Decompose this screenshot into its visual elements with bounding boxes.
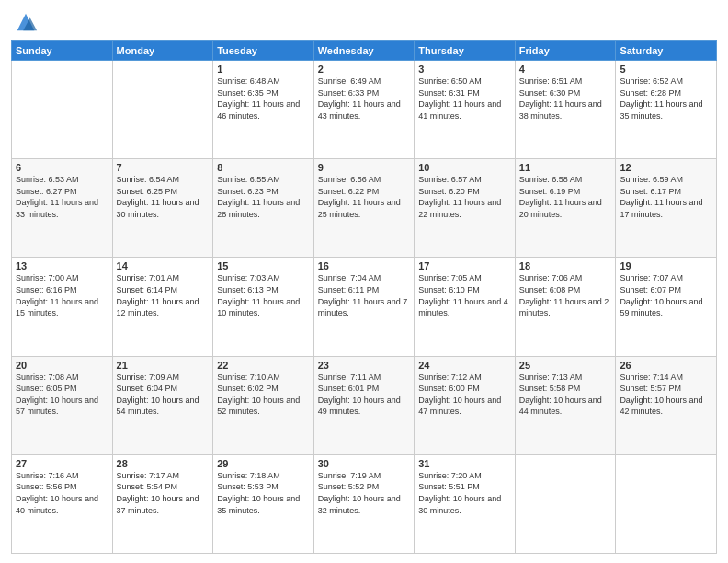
table-row: 26Sunrise: 7:14 AM Sunset: 5:57 PM Dayli… <box>616 356 717 454</box>
table-row: 7Sunrise: 6:54 AM Sunset: 6:25 PM Daylig… <box>112 159 213 258</box>
table-row: 23Sunrise: 7:11 AM Sunset: 6:01 PM Dayli… <box>313 356 415 454</box>
day-info: Sunrise: 7:07 AM Sunset: 6:07 PM Dayligh… <box>620 272 712 318</box>
day-number: 12 <box>620 162 712 173</box>
col-wednesday: Wednesday <box>313 41 415 61</box>
calendar-week-row: 20Sunrise: 7:08 AM Sunset: 6:05 PM Dayli… <box>12 356 717 454</box>
day-info: Sunrise: 7:10 AM Sunset: 6:02 PM Dayligh… <box>217 372 310 418</box>
day-number: 19 <box>620 260 712 271</box>
table-row: 18Sunrise: 7:06 AM Sunset: 6:08 PM Dayli… <box>515 258 616 356</box>
day-info: Sunrise: 7:11 AM Sunset: 6:01 PM Dayligh… <box>318 372 411 418</box>
table-row: 24Sunrise: 7:12 AM Sunset: 6:00 PM Dayli… <box>415 356 516 454</box>
table-row: 27Sunrise: 7:16 AM Sunset: 5:56 PM Dayli… <box>12 454 113 553</box>
table-row: 11Sunrise: 6:58 AM Sunset: 6:19 PM Dayli… <box>515 159 616 258</box>
day-number: 1 <box>217 63 310 75</box>
table-row: 10Sunrise: 6:57 AM Sunset: 6:20 PM Dayli… <box>415 159 516 258</box>
day-info: Sunrise: 7:01 AM Sunset: 6:14 PM Dayligh… <box>117 272 210 318</box>
logo <box>11 9 39 35</box>
day-number: 23 <box>318 360 411 371</box>
day-number: 13 <box>16 260 108 271</box>
col-sunday: Sunday <box>12 41 113 61</box>
day-number: 7 <box>117 162 210 173</box>
table-row <box>515 454 616 553</box>
day-number: 5 <box>620 63 712 75</box>
col-saturday: Saturday <box>616 41 717 61</box>
calendar-header-row: Sunday Monday Tuesday Wednesday Thursday… <box>12 41 717 61</box>
table-row: 17Sunrise: 7:05 AM Sunset: 6:10 PM Dayli… <box>415 258 516 356</box>
table-row: 15Sunrise: 7:03 AM Sunset: 6:13 PM Dayli… <box>213 258 314 356</box>
calendar-week-row: 6Sunrise: 6:53 AM Sunset: 6:27 PM Daylig… <box>12 159 717 258</box>
day-number: 17 <box>418 260 511 271</box>
day-info: Sunrise: 7:13 AM Sunset: 5:58 PM Dayligh… <box>519 372 612 418</box>
day-info: Sunrise: 6:53 AM Sunset: 6:27 PM Dayligh… <box>16 174 108 220</box>
day-info: Sunrise: 7:03 AM Sunset: 6:13 PM Dayligh… <box>217 272 310 318</box>
table-row: 21Sunrise: 7:09 AM Sunset: 6:04 PM Dayli… <box>112 356 213 454</box>
table-row <box>616 454 717 553</box>
day-number: 4 <box>519 63 612 75</box>
day-number: 8 <box>217 162 310 173</box>
day-number: 15 <box>217 260 310 271</box>
day-number: 31 <box>418 458 511 469</box>
day-number: 28 <box>117 458 210 469</box>
day-info: Sunrise: 7:05 AM Sunset: 6:10 PM Dayligh… <box>418 272 511 318</box>
table-row: 30Sunrise: 7:19 AM Sunset: 5:52 PM Dayli… <box>313 454 415 553</box>
day-number: 21 <box>117 360 210 371</box>
table-row: 14Sunrise: 7:01 AM Sunset: 6:14 PM Dayli… <box>112 258 213 356</box>
table-row: 8Sunrise: 6:55 AM Sunset: 6:23 PM Daylig… <box>213 159 314 258</box>
day-info: Sunrise: 6:55 AM Sunset: 6:23 PM Dayligh… <box>217 174 310 220</box>
day-info: Sunrise: 7:14 AM Sunset: 5:57 PM Dayligh… <box>620 372 712 418</box>
page: Sunday Monday Tuesday Wednesday Thursday… <box>0 0 728 563</box>
day-info: Sunrise: 7:18 AM Sunset: 5:53 PM Dayligh… <box>217 470 310 516</box>
table-row: 9Sunrise: 6:56 AM Sunset: 6:22 PM Daylig… <box>313 159 415 258</box>
day-info: Sunrise: 7:04 AM Sunset: 6:11 PM Dayligh… <box>318 272 411 318</box>
table-row: 6Sunrise: 6:53 AM Sunset: 6:27 PM Daylig… <box>12 159 113 258</box>
table-row: 22Sunrise: 7:10 AM Sunset: 6:02 PM Dayli… <box>213 356 314 454</box>
day-number: 3 <box>418 63 511 75</box>
day-info: Sunrise: 6:57 AM Sunset: 6:20 PM Dayligh… <box>418 174 511 220</box>
table-row: 31Sunrise: 7:20 AM Sunset: 5:51 PM Dayli… <box>415 454 516 553</box>
day-number: 2 <box>318 63 411 75</box>
day-info: Sunrise: 7:08 AM Sunset: 6:05 PM Dayligh… <box>16 372 108 418</box>
day-info: Sunrise: 6:54 AM Sunset: 6:25 PM Dayligh… <box>117 174 210 220</box>
day-info: Sunrise: 6:48 AM Sunset: 6:35 PM Dayligh… <box>217 75 310 121</box>
table-row: 25Sunrise: 7:13 AM Sunset: 5:58 PM Dayli… <box>515 356 616 454</box>
table-row: 4Sunrise: 6:51 AM Sunset: 6:30 PM Daylig… <box>515 61 616 159</box>
day-number: 10 <box>418 162 511 173</box>
day-info: Sunrise: 6:50 AM Sunset: 6:31 PM Dayligh… <box>418 75 511 121</box>
day-info: Sunrise: 7:09 AM Sunset: 6:04 PM Dayligh… <box>117 372 210 418</box>
day-number: 16 <box>318 260 411 271</box>
day-number: 6 <box>16 162 108 173</box>
day-info: Sunrise: 6:49 AM Sunset: 6:33 PM Dayligh… <box>318 75 411 121</box>
col-thursday: Thursday <box>415 41 516 61</box>
table-row <box>112 61 213 159</box>
day-info: Sunrise: 7:06 AM Sunset: 6:08 PM Dayligh… <box>519 272 612 318</box>
day-info: Sunrise: 6:51 AM Sunset: 6:30 PM Dayligh… <box>519 75 612 121</box>
table-row: 3Sunrise: 6:50 AM Sunset: 6:31 PM Daylig… <box>415 61 516 159</box>
day-number: 14 <box>117 260 210 271</box>
day-info: Sunrise: 6:59 AM Sunset: 6:17 PM Dayligh… <box>620 174 712 220</box>
col-tuesday: Tuesday <box>213 41 314 61</box>
day-number: 11 <box>519 162 612 173</box>
table-row: 2Sunrise: 6:49 AM Sunset: 6:33 PM Daylig… <box>313 61 415 159</box>
calendar-table: Sunday Monday Tuesday Wednesday Thursday… <box>11 40 717 554</box>
day-number: 26 <box>620 360 712 371</box>
day-number: 27 <box>16 458 108 469</box>
table-row: 12Sunrise: 6:59 AM Sunset: 6:17 PM Dayli… <box>616 159 717 258</box>
logo-icon <box>13 9 39 35</box>
day-info: Sunrise: 7:20 AM Sunset: 5:51 PM Dayligh… <box>418 470 511 516</box>
col-friday: Friday <box>515 41 616 61</box>
day-number: 29 <box>217 458 310 469</box>
col-monday: Monday <box>112 41 213 61</box>
table-row: 19Sunrise: 7:07 AM Sunset: 6:07 PM Dayli… <box>616 258 717 356</box>
table-row: 29Sunrise: 7:18 AM Sunset: 5:53 PM Dayli… <box>213 454 314 553</box>
day-number: 25 <box>519 360 612 371</box>
table-row: 16Sunrise: 7:04 AM Sunset: 6:11 PM Dayli… <box>313 258 415 356</box>
day-info: Sunrise: 7:00 AM Sunset: 6:16 PM Dayligh… <box>16 272 108 318</box>
table-row: 5Sunrise: 6:52 AM Sunset: 6:28 PM Daylig… <box>616 61 717 159</box>
day-info: Sunrise: 7:12 AM Sunset: 6:00 PM Dayligh… <box>418 372 511 418</box>
day-info: Sunrise: 7:17 AM Sunset: 5:54 PM Dayligh… <box>117 470 210 516</box>
day-info: Sunrise: 7:19 AM Sunset: 5:52 PM Dayligh… <box>318 470 411 516</box>
day-number: 24 <box>418 360 511 371</box>
day-info: Sunrise: 6:52 AM Sunset: 6:28 PM Dayligh… <box>620 75 712 121</box>
table-row: 13Sunrise: 7:00 AM Sunset: 6:16 PM Dayli… <box>12 258 113 356</box>
table-row: 28Sunrise: 7:17 AM Sunset: 5:54 PM Dayli… <box>112 454 213 553</box>
